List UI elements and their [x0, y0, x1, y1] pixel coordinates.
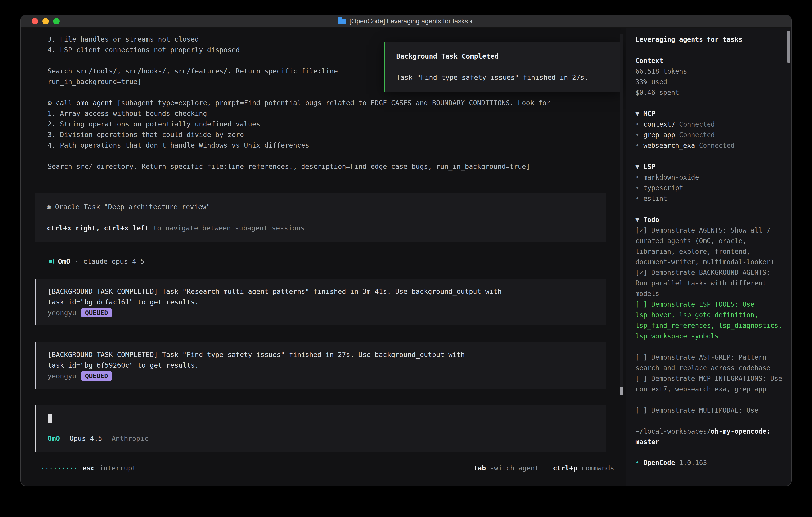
app-name: OpenCode — [643, 457, 675, 468]
commands-key-label: commands — [581, 464, 614, 472]
scrollbar-thumb[interactable] — [620, 387, 623, 395]
blank-line — [21, 151, 626, 161]
separator-dot: · — [75, 257, 79, 266]
commands-hint: ctrl+p commands — [553, 464, 614, 472]
blank-line — [635, 151, 784, 161]
todo-item: [ ] Demonstrate MULTIMODAL: Use — [635, 405, 784, 416]
opencode-window: [OpenCode] Leveraging agents for tasks ◐… — [20, 15, 792, 486]
mcp-status: Connected — [679, 130, 715, 140]
tool-separator — [52, 99, 56, 107]
oracle-hint-line: ctrl+x right, ctrl+x left to navigate be… — [47, 223, 606, 233]
mcp-name: context7 — [643, 119, 675, 130]
todo-item: [ ] Demonstrate MCP INTEGRATIONS: Use co… — [635, 373, 784, 394]
context-tokens: 66,518 tokens — [635, 66, 784, 77]
tool-item: 2. String operations on potentially unde… — [21, 119, 626, 129]
commands-key-hint: ctrl+p — [553, 464, 577, 472]
message-line: task_id="bg_6f59260c" to get results. — [48, 360, 598, 371]
hint-rest: to navigate between subagent sessions — [149, 224, 304, 232]
bullet-icon: • — [635, 193, 639, 204]
session-title: Leveraging agents for tasks — [635, 34, 784, 45]
chevron-down-icon: ▼ — [635, 161, 639, 172]
tool-item: 3. Division operations that could divide… — [21, 129, 626, 140]
toast-body: Task "Find type safety issues" finished … — [396, 72, 614, 83]
agent-header: OmO · claude-opus-4-5 — [48, 256, 606, 267]
tool-item: 4. Path operations that don't handle Win… — [21, 140, 626, 151]
lsp-name: typescript — [643, 183, 683, 193]
message-line: [BACKGROUND TASK COMPLETED] Task "Resear… — [48, 286, 598, 297]
traffic-lights — [21, 18, 60, 24]
todo-item: [✓] Demonstrate AGENTS: Show all 7 curat… — [635, 225, 784, 267]
tab-hint: tab switch agent — [473, 464, 539, 472]
tool-call-line: ⚙ call_omo_agent [subagent_type=explore,… — [21, 98, 626, 108]
oracle-title: Oracle Task "Deep architecture review" — [51, 203, 210, 211]
scrollbar-track[interactable] — [620, 34, 623, 394]
agent-icon — [48, 258, 54, 265]
prompt-input[interactable]: OmO Opus 4.5 Anthropic — [35, 405, 606, 452]
toast-title: Background Task Completed — [396, 51, 614, 61]
message-meta: yeongyu QUEUED — [48, 307, 598, 318]
minimize-window-button[interactable] — [42, 18, 49, 24]
bullet-icon: • — [635, 140, 639, 151]
mcp-item: • grep_app Connected — [635, 130, 784, 140]
status-badge: QUEUED — [81, 308, 112, 318]
close-window-button[interactable] — [32, 18, 38, 24]
esc-key-hint: esc — [82, 464, 94, 472]
input-model-name: Opus 4.5 — [69, 434, 102, 442]
tool-name: call_omo_agent — [56, 99, 113, 107]
todo-item: [ ] Demonstrate AST-GREP: Pattern search… — [635, 352, 784, 373]
tab-key-label: switch agent — [490, 464, 539, 472]
lsp-name: markdown-oxide — [643, 172, 699, 183]
esc-key-label: interrupt — [99, 464, 136, 472]
lsp-section-heading[interactable]: ▼ LSP — [635, 161, 784, 172]
spinner-dots: ········· — [41, 464, 78, 472]
message-block: [BACKGROUND TASK COMPLETED] Task "Resear… — [35, 279, 606, 325]
input-agent-name: OmO — [48, 434, 60, 442]
blank-line — [635, 45, 784, 55]
blank-line — [396, 61, 614, 72]
message-author: yeongyu — [48, 372, 76, 380]
tool-item: 1. Array access without bounds checking — [21, 108, 626, 119]
status-bar: ········· esc interrupt tab switch agent… — [21, 456, 626, 486]
oracle-task-panel: ◉ Oracle Task "Deep architecture review"… — [35, 193, 606, 242]
todo-section-heading[interactable]: ▼ Todo — [635, 214, 784, 225]
message-block: [BACKGROUND TASK COMPLETED] Task "Find t… — [35, 342, 606, 389]
todo-item: [ ] Demonstrate LSP TOOLS: Use lsp_hover… — [635, 299, 784, 342]
mcp-section-heading[interactable]: ▼ MCP — [635, 108, 784, 119]
agent-model: claude-opus-4-5 — [83, 257, 144, 266]
model-row: OmO Opus 4.5 Anthropic — [48, 433, 594, 444]
lsp-item: • markdown-oxide — [635, 172, 784, 183]
lsp-item: • eslint — [635, 193, 784, 204]
titlebar: [OpenCode] Leveraging agents for tasks ◐ — [21, 15, 791, 28]
mcp-name: websearch_exa — [643, 140, 695, 151]
conversation-area: 3. File handles or streams not closed 4.… — [21, 28, 626, 405]
mcp-status: Connected — [679, 119, 715, 130]
chevron-down-icon: ▼ — [635, 214, 639, 225]
main-area: 3. File handles or streams not closed 4.… — [21, 28, 791, 486]
bullet-icon: • — [635, 119, 639, 130]
oracle-title-line: ◉ Oracle Task "Deep architecture review" — [47, 201, 606, 212]
context-heading: Context — [635, 55, 784, 66]
input-line — [48, 413, 594, 424]
workspace-dir: ~/local-workspaces/ — [635, 428, 711, 435]
sidebar: Leveraging agents for tasks Context 66,5… — [626, 28, 791, 486]
message-line: [BACKGROUND TASK COMPLETED] Task "Find t… — [48, 350, 598, 360]
terminal-pane: 3. File handles or streams not closed 4.… — [21, 28, 626, 486]
context-used: 33% used — [635, 77, 784, 87]
workspace-branch: master — [635, 438, 659, 446]
status-left: ········· esc interrupt — [41, 464, 136, 472]
zoom-window-button[interactable] — [53, 18, 60, 24]
app-version-footer: • OpenCode 1.0.163 — [635, 457, 707, 468]
workspace-repo: oh-my-opencode: — [711, 428, 771, 435]
window-title: [OpenCode] Leveraging agents for tasks ◐ — [338, 15, 474, 27]
record-icon: ◉ — [47, 203, 51, 211]
window-title-text: [OpenCode] Leveraging agents for tasks ◐ — [349, 18, 474, 25]
sidebar-scrollbar-thumb[interactable] — [787, 31, 790, 63]
lsp-item: • typescript — [635, 183, 784, 193]
message-meta: yeongyu QUEUED — [48, 371, 598, 381]
bullet-icon: • — [635, 457, 639, 468]
bullet-icon: • — [635, 172, 639, 183]
lsp-heading-label: LSP — [643, 161, 655, 172]
mcp-name: grep_app — [643, 130, 675, 140]
blank-line — [635, 98, 784, 108]
gear-icon: ⚙ — [48, 99, 52, 107]
